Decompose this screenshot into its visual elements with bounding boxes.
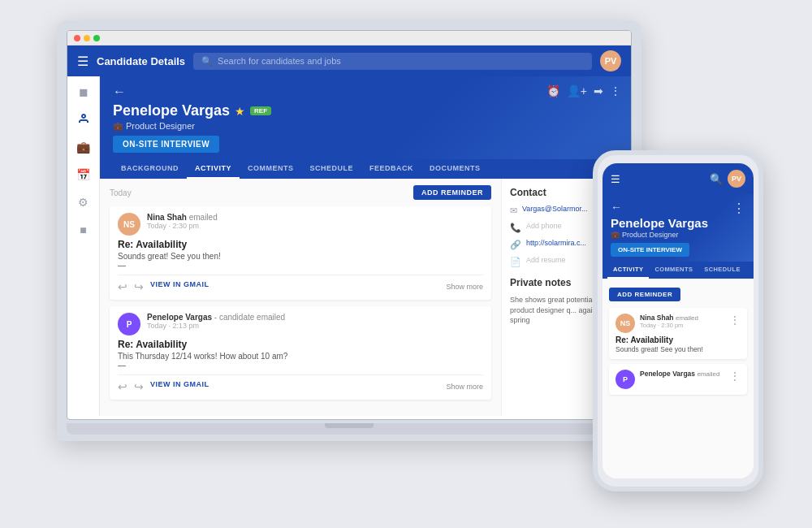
- view-gmail-link-2[interactable]: VIEW IN GMAIL: [150, 380, 209, 393]
- app-title: Candidate Details: [97, 55, 185, 67]
- phone-card-body-1: Sounds great! See you then!: [615, 345, 741, 353]
- tab-feedback[interactable]: FEEDBACK: [361, 159, 421, 179]
- interview-status-button[interactable]: ON-SITE INTERVIEW: [113, 136, 219, 153]
- card-actions-2: ↩ ↪ VIEW IN GMAIL: [118, 380, 209, 393]
- candidate-name: Penelope Vargas: [113, 102, 230, 119]
- phone-card-more-icon-2[interactable]: ⋮: [729, 370, 741, 383]
- back-button[interactable]: ←: [113, 84, 618, 99]
- phone-candidate-header: ← ⋮ Penelope Vargas 💼 Product Designer O…: [603, 194, 754, 262]
- card-body-2: This Thursday 12/14 works! How about 10 …: [118, 352, 483, 361]
- tab-schedule[interactable]: SCHEDULE: [302, 159, 362, 179]
- phone-avatar-nina: NS: [615, 314, 635, 333]
- phone-card-subject-1: Re: Availability: [615, 335, 741, 344]
- forward-icon[interactable]: ➡: [594, 84, 603, 97]
- forward-reply-icon-2[interactable]: ↪: [134, 380, 144, 393]
- email-icon: ✉: [510, 206, 517, 216]
- tab-documents[interactable]: DOCUMENTS: [421, 159, 489, 179]
- tab-background[interactable]: BACKGROUND: [113, 159, 187, 179]
- phone-more-vert-icon[interactable]: ⋮: [732, 201, 745, 216]
- phone-tab-comments[interactable]: COMMENTS: [649, 262, 698, 279]
- header-actions: ⏰ 👤+ ➡ ⋮: [546, 84, 621, 97]
- avatar-penelope: P: [118, 313, 140, 335]
- alarm-icon[interactable]: ⏰: [546, 84, 560, 97]
- sidebar-item-people[interactable]: [75, 110, 93, 128]
- sidebar-item-gear[interactable]: ⚙: [75, 193, 93, 211]
- phone-briefcase-icon: 💼: [611, 231, 620, 239]
- tabs-bar: BACKGROUND ACTIVITY COMMENTS SCHEDULE FE…: [100, 159, 631, 179]
- phone-candidate-role: 💼 Product Designer: [611, 231, 745, 239]
- activity-feed: Today ADD REMINDER NS: [100, 179, 501, 416]
- avatar-nina: NS: [118, 213, 140, 236]
- phone-tab-activity[interactable]: ACTIVITY: [607, 262, 649, 279]
- card-time-1: Today · 2:30 pm: [147, 222, 483, 230]
- phone-back-button[interactable]: ←: [611, 201, 622, 214]
- contact-resume[interactable]: Add resume: [526, 256, 566, 264]
- activity-card-2: P Penelope Vargas - candidate emailed: [110, 306, 491, 400]
- card-subject-2: Re: Availability: [118, 339, 483, 350]
- left-sidebar: ◼ 💼 📅 ⚙ ■: [67, 76, 100, 416]
- phone-card-1: NS Nina Shah emailed Today · 2:30 pm ⋮ R…: [609, 308, 747, 359]
- phone-card-sender-2: Penelope Vargas emailed: [640, 370, 724, 378]
- phone-tabs: ACTIVITY COMMENTS SCHEDULE: [603, 262, 754, 279]
- phone-card-2: P Penelope Vargas emailed ⋮: [609, 364, 747, 395]
- laptop: ☰ Candidate Details 🔍 PV ◼: [57, 20, 641, 483]
- phone-card-more-icon-1[interactable]: ⋮: [729, 314, 741, 327]
- avatar: PV: [600, 50, 621, 71]
- tab-comments[interactable]: COMMENTS: [240, 159, 302, 179]
- contact-email[interactable]: Vargas@Solarmor...: [522, 205, 588, 213]
- feed-date-label: Today: [110, 188, 132, 197]
- card-actions-1: ↩ ↪ VIEW IN GMAIL: [118, 280, 209, 293]
- phone-search-icon[interactable]: 🔍: [710, 173, 723, 185]
- phone-tab-schedule[interactable]: SCHEDULE: [698, 262, 745, 279]
- star-icon[interactable]: ★: [235, 105, 245, 118]
- maximize-dot[interactable]: [93, 35, 100, 41]
- sidebar-item-calendar[interactable]: 📅: [75, 166, 93, 184]
- phone-hamburger-icon[interactable]: ☰: [611, 173, 620, 185]
- phone-interview-button[interactable]: ON-SITE INTERVIEW: [611, 243, 689, 257]
- contact-phone[interactable]: Add phone: [526, 222, 562, 230]
- more-vert-icon[interactable]: ⋮: [610, 84, 621, 97]
- phone-card-time-1: Today · 2:30 pm: [640, 322, 724, 329]
- sidebar-item-monitor[interactable]: ◼: [75, 83, 93, 101]
- sidebar-item-briefcase[interactable]: 💼: [75, 138, 93, 156]
- contact-website[interactable]: http://solarmira.c...: [526, 239, 586, 247]
- show-more-2[interactable]: Show more: [446, 383, 483, 391]
- search-bar[interactable]: 🔍: [193, 53, 592, 70]
- card-sender-1: Nina Shah emailed: [147, 213, 483, 222]
- card-ellipsis-1: —: [118, 261, 483, 270]
- phone-body: ADD REMINDER NS Nina Shah emailed Today …: [603, 279, 754, 478]
- resume-icon: 📄: [510, 257, 521, 267]
- view-gmail-link-1[interactable]: VIEW IN GMAIL: [150, 280, 209, 293]
- phone-screen: ☰ 🔍 PV ← ⋮ Penelope Vargas 💼 Product Des…: [603, 163, 754, 478]
- person-add-icon[interactable]: 👤+: [567, 84, 587, 97]
- window-controls: [67, 31, 631, 45]
- add-reminder-button[interactable]: ADD REMINDER: [413, 185, 491, 200]
- phone-add-reminder-button[interactable]: ADD REMINDER: [609, 288, 680, 301]
- reply-icon-2[interactable]: ↩: [118, 380, 127, 393]
- phone-top-nav: ☰ 🔍 PV: [603, 163, 754, 194]
- phone-card-sender-1: Nina Shah emailed: [640, 314, 724, 322]
- laptop-base: [67, 423, 632, 435]
- scene: ☰ Candidate Details 🔍 PV ◼: [32, 20, 780, 508]
- tab-activity[interactable]: ACTIVITY: [187, 159, 240, 179]
- ref-badge: REF: [250, 106, 271, 115]
- candidate-role: 💼 Product Designer: [113, 121, 618, 131]
- sidebar-item-chart[interactable]: ■: [75, 221, 93, 239]
- phone: ☰ 🔍 PV ← ⋮ Penelope Vargas 💼 Product Des…: [593, 150, 763, 491]
- forward-reply-icon[interactable]: ↪: [134, 280, 144, 293]
- phone-avatar: PV: [728, 170, 745, 188]
- card-sender-2: Penelope Vargas - candidate emailed: [147, 313, 483, 322]
- briefcase-small-icon: 💼: [113, 122, 123, 131]
- search-input[interactable]: [218, 56, 584, 66]
- close-dot[interactable]: [74, 35, 80, 41]
- hamburger-icon[interactable]: ☰: [77, 54, 89, 69]
- card-ellipsis-2: —: [118, 361, 483, 370]
- minimize-dot[interactable]: [84, 35, 90, 41]
- card-body-1: Sounds great! See you then!: [118, 252, 483, 261]
- show-more-1[interactable]: Show more: [446, 283, 483, 291]
- search-icon: 🔍: [201, 56, 213, 67]
- card-subject-1: Re: Availability: [118, 239, 483, 250]
- card-time-2: Today · 2:13 pm: [147, 322, 483, 330]
- reply-icon[interactable]: ↩: [118, 280, 127, 293]
- top-nav: ☰ Candidate Details 🔍 PV: [67, 45, 631, 76]
